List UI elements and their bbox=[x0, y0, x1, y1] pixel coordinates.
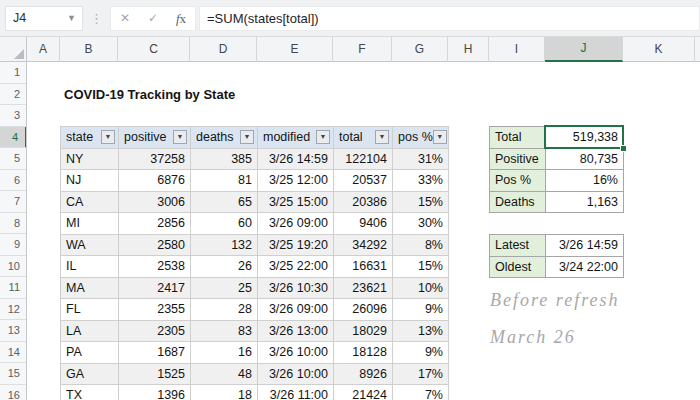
table-cell[interactable]: TX bbox=[61, 385, 119, 400]
table-cell[interactable]: 2417 bbox=[119, 278, 191, 300]
row-header-13[interactable]: 13 bbox=[0, 320, 27, 342]
table-header-total[interactable]: total▼ bbox=[334, 127, 393, 149]
table-cell[interactable]: 3/26 10:00 bbox=[258, 364, 334, 386]
summary-value-cell[interactable]: 1,163 bbox=[546, 192, 624, 214]
table-cell[interactable]: 17% bbox=[393, 364, 449, 386]
table-cell[interactable]: 9406 bbox=[334, 213, 393, 235]
table-cell[interactable]: 3/26 10:30 bbox=[258, 278, 334, 300]
column-header-H[interactable]: H bbox=[448, 37, 489, 62]
column-header-E[interactable]: E bbox=[257, 37, 333, 62]
table-cell[interactable]: 18 bbox=[191, 385, 258, 400]
filter-dropdown-icon[interactable]: ▼ bbox=[101, 130, 115, 144]
row-header-6[interactable]: 6 bbox=[0, 170, 27, 192]
table-cell[interactable]: 60 bbox=[191, 213, 258, 235]
filter-dropdown-icon[interactable]: ▼ bbox=[240, 130, 254, 144]
table-cell[interactable]: 2538 bbox=[119, 256, 191, 278]
table-cell[interactable]: 83 bbox=[191, 321, 258, 343]
column-header-A[interactable]: A bbox=[27, 37, 60, 62]
cancel-icon[interactable]: ✕ bbox=[120, 12, 130, 24]
row-header-5[interactable]: 5 bbox=[0, 148, 27, 170]
table-cell[interactable]: 65 bbox=[191, 192, 258, 214]
table-cell[interactable]: 31% bbox=[393, 149, 449, 171]
summary-value-cell[interactable]: 80,735 bbox=[546, 149, 624, 171]
table-cell[interactable]: 3/26 11:00 bbox=[258, 385, 334, 400]
table-cell[interactable]: 3/26 09:00 bbox=[258, 213, 334, 235]
table-cell[interactable]: 15% bbox=[393, 256, 449, 278]
filter-dropdown-icon[interactable]: ▼ bbox=[316, 130, 330, 144]
summary-label-Deaths[interactable]: Deaths bbox=[490, 192, 546, 214]
table-cell[interactable]: 3/25 12:00 bbox=[258, 170, 334, 192]
filter-dropdown-icon[interactable]: ▼ bbox=[173, 130, 187, 144]
table-cell[interactable]: 13% bbox=[393, 321, 449, 343]
table-cell[interactable]: 3/25 19:20 bbox=[258, 235, 334, 257]
table-cell[interactable]: WA bbox=[61, 235, 119, 257]
formula-bar[interactable]: =SUM(states[total]) bbox=[199, 6, 700, 31]
table-cell[interactable]: 3/25 15:00 bbox=[258, 192, 334, 214]
table-cell[interactable]: 3/25 22:00 bbox=[258, 256, 334, 278]
table-cell[interactable]: 122104 bbox=[334, 149, 393, 171]
table-cell[interactable]: 21424 bbox=[334, 385, 393, 400]
table-header-modified[interactable]: modified▼ bbox=[258, 127, 334, 149]
dates-label-Latest[interactable]: Latest bbox=[490, 235, 546, 257]
table-cell[interactable]: 3/26 09:00 bbox=[258, 299, 334, 321]
row-header-15[interactable]: 15 bbox=[0, 363, 27, 385]
table-cell[interactable]: 23621 bbox=[334, 278, 393, 300]
row-header-14[interactable]: 14 bbox=[0, 342, 27, 364]
table-cell[interactable]: 7% bbox=[393, 385, 449, 400]
table-cell[interactable]: 20537 bbox=[334, 170, 393, 192]
table-cell[interactable]: 18029 bbox=[334, 321, 393, 343]
dates-label-Oldest[interactable]: Oldest bbox=[490, 257, 546, 279]
table-cell[interactable]: 26096 bbox=[334, 299, 393, 321]
row-header-7[interactable]: 7 bbox=[0, 191, 27, 213]
table-cell[interactable]: FL bbox=[61, 299, 119, 321]
table-cell[interactable]: 28 bbox=[191, 299, 258, 321]
table-header-positive[interactable]: positive▼ bbox=[119, 127, 191, 149]
row-header-11[interactable]: 11 bbox=[0, 277, 27, 299]
row-header-10[interactable]: 10 bbox=[0, 256, 27, 278]
table-cell[interactable]: 8926 bbox=[334, 364, 393, 386]
table-cell[interactable]: 2580 bbox=[119, 235, 191, 257]
table-cell[interactable]: MA bbox=[61, 278, 119, 300]
select-all-corner[interactable] bbox=[0, 37, 27, 62]
table-cell[interactable]: NJ bbox=[61, 170, 119, 192]
table-cell[interactable]: CA bbox=[61, 192, 119, 214]
column-header-B[interactable]: B bbox=[60, 37, 118, 62]
column-header-K[interactable]: K bbox=[623, 37, 695, 62]
table-cell[interactable]: NY bbox=[61, 149, 119, 171]
selected-cell-J4[interactable]: 519,338 bbox=[546, 127, 624, 149]
table-cell[interactable]: 26 bbox=[191, 256, 258, 278]
table-cell[interactable]: 16631 bbox=[334, 256, 393, 278]
name-box-dropdown-icon[interactable]: ▼ bbox=[67, 13, 82, 23]
table-cell[interactable]: 25 bbox=[191, 278, 258, 300]
table-cell[interactable]: 2856 bbox=[119, 213, 191, 235]
dates-value-cell[interactable]: 3/24 22:00 bbox=[546, 257, 624, 279]
table-cell[interactable]: 132 bbox=[191, 235, 258, 257]
table-cell[interactable]: 6876 bbox=[119, 170, 191, 192]
row-header-9[interactable]: 9 bbox=[0, 234, 27, 256]
table-cell[interactable]: 30% bbox=[393, 213, 449, 235]
row-header-8[interactable]: 8 bbox=[0, 213, 27, 235]
row-header-1[interactable]: 1 bbox=[0, 62, 27, 84]
table-cell[interactable]: 9% bbox=[393, 342, 449, 364]
dates-value-cell[interactable]: 3/26 14:59 bbox=[546, 235, 624, 257]
table-cell[interactable]: 48 bbox=[191, 364, 258, 386]
table-cell[interactable]: 9% bbox=[393, 299, 449, 321]
table-cell[interactable]: 1687 bbox=[119, 342, 191, 364]
summary-label-Positive[interactable]: Positive bbox=[490, 149, 546, 171]
column-header-D[interactable]: D bbox=[190, 37, 257, 62]
table-cell[interactable]: 34292 bbox=[334, 235, 393, 257]
table-cell[interactable]: 8% bbox=[393, 235, 449, 257]
table-cell[interactable]: IL bbox=[61, 256, 119, 278]
table-cell[interactable]: 20386 bbox=[334, 192, 393, 214]
table-cell[interactable]: 2305 bbox=[119, 321, 191, 343]
table-cell[interactable]: 385 bbox=[191, 149, 258, 171]
table-cell[interactable]: 3006 bbox=[119, 192, 191, 214]
table-cell[interactable]: 10% bbox=[393, 278, 449, 300]
column-header-I[interactable]: I bbox=[489, 37, 545, 62]
table-header-deaths[interactable]: deaths▼ bbox=[191, 127, 258, 149]
table-cell[interactable]: LA bbox=[61, 321, 119, 343]
table-cell[interactable]: GA bbox=[61, 364, 119, 386]
row-header-3[interactable]: 3 bbox=[0, 105, 27, 127]
column-header-F[interactable]: F bbox=[333, 37, 392, 62]
enter-icon[interactable]: ✓ bbox=[148, 12, 158, 24]
